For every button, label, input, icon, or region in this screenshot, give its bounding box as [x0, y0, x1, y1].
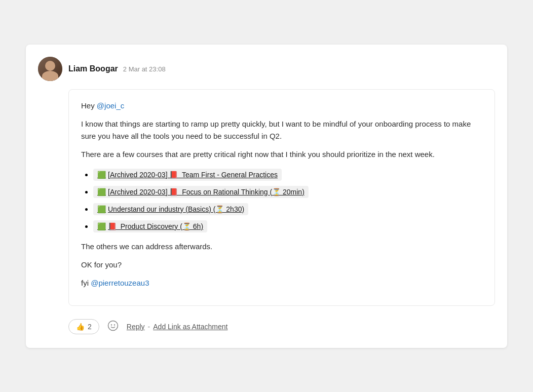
greeting-line: Hey @joei_c — [81, 100, 482, 112]
fyi-text: fyi — [81, 279, 91, 287]
message-body: Hey @joei_c I know that things are start… — [68, 89, 495, 306]
timestamp: 2 Mar at 23:08 — [123, 65, 166, 73]
reaction-count: 2 — [88, 323, 92, 331]
add-reaction-button[interactable] — [105, 318, 121, 336]
message-footer: 👍 2 Reply - Add Link as Attachment — [68, 314, 495, 336]
course-link-3-text: Understand our industry (Basics) (⏳ 2h30… — [108, 205, 244, 213]
list-item: 🟩 📕 Product Discovery (⏳ 6h) — [93, 220, 482, 232]
course-link-4-text: 📕 Product Discovery (⏳ 6h) — [108, 222, 203, 230]
course-link-1-text: [Archived 2020-03] 📕 Team First - Genera… — [108, 171, 278, 179]
list-item: 🟩 [Archived 2020-03] 📕 Focus on Rational… — [93, 186, 482, 198]
svg-point-2 — [114, 324, 115, 325]
list-item: 🟩 Understand our industry (Basics) (⏳ 2h… — [93, 203, 482, 215]
smiley-icon — [107, 320, 119, 331]
course-link-4[interactable]: 🟩 📕 Product Discovery (⏳ 6h) — [93, 220, 207, 232]
reaction-emoji: 👍 — [76, 323, 85, 331]
thumbs-up-reaction[interactable]: 👍 2 — [68, 319, 99, 334]
course-icon-2a: 🟩 — [97, 188, 106, 196]
list-item: 🟩 [Archived 2020-03] 📕 Team First - Gene… — [93, 169, 482, 181]
avatar-image — [38, 57, 62, 81]
mention-pierre[interactable]: @pierretouzeau3 — [91, 279, 149, 287]
course-link-2[interactable]: 🟩 [Archived 2020-03] 📕 Focus on Rational… — [93, 186, 309, 198]
body-paragraph-3: The others we can address afterwards. — [81, 241, 482, 253]
svg-point-1 — [111, 324, 112, 325]
mention-joei[interactable]: @joei_c — [97, 101, 124, 110]
action-links: Reply - Add Link as Attachment — [127, 323, 228, 331]
course-icon-1a: 🟩 — [97, 171, 106, 179]
body-paragraph-4: OK for you? — [81, 259, 482, 271]
svg-point-0 — [108, 321, 118, 330]
header-info: Liam Boogar 2 Mar at 23:08 — [68, 64, 166, 73]
message-header: Liam Boogar 2 Mar at 23:08 — [38, 57, 495, 81]
course-icon-3a: 🟩 — [97, 205, 106, 213]
separator: - — [148, 323, 150, 331]
avatar — [38, 57, 62, 81]
body-paragraph-1: I know that things are starting to ramp … — [81, 118, 482, 142]
greeting-text: Hey — [81, 101, 97, 110]
course-link-1[interactable]: 🟩 [Archived 2020-03] 📕 Team First - Gene… — [93, 169, 282, 181]
reply-button[interactable]: Reply — [127, 323, 145, 331]
course-link-2-text: [Archived 2020-03] 📕 Focus on Rational T… — [108, 188, 304, 196]
add-link-button[interactable]: Add Link as Attachment — [153, 323, 227, 331]
courses-list: 🟩 [Archived 2020-03] 📕 Team First - Gene… — [81, 169, 482, 232]
body-paragraph-5: fyi @pierretouzeau3 — [81, 277, 482, 289]
course-link-3[interactable]: 🟩 Understand our industry (Basics) (⏳ 2h… — [93, 203, 248, 215]
message-card: Liam Boogar 2 Mar at 23:08 Hey @joei_c I… — [26, 45, 507, 348]
author-name: Liam Boogar — [68, 64, 118, 73]
body-paragraph-2: There are a few courses that are pretty … — [81, 148, 482, 161]
course-icon-4a: 🟩 — [97, 222, 106, 230]
